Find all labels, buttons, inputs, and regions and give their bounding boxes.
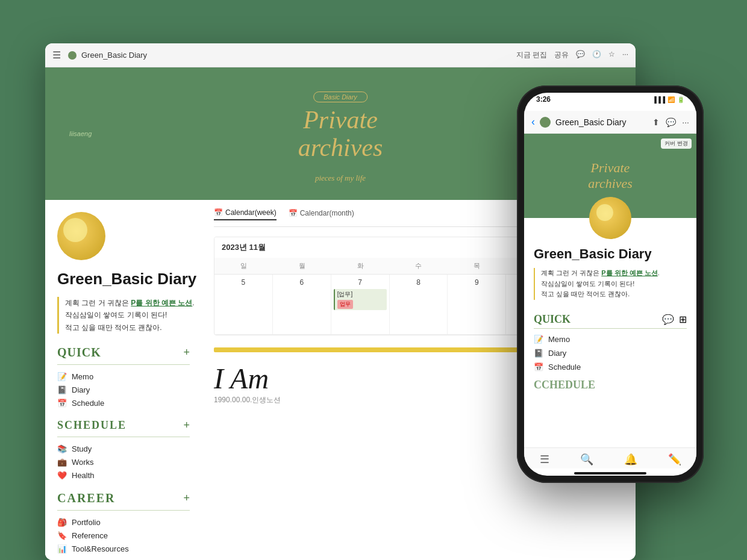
phone-quick-divider: [534, 328, 687, 329]
phone-quick-more-icon[interactable]: ⊞: [679, 314, 687, 325]
career-add-btn[interactable]: +: [183, 492, 190, 505]
reference-icon: 🔖: [57, 530, 67, 540]
schedule-label: Schedule: [72, 399, 104, 408]
tool-resources-label: Tool&Resources: [72, 544, 129, 553]
phone-more-icon[interactable]: ···: [682, 117, 689, 127]
phone-browser-bar: ‹ Green_Basic Diary ⬆ 💬 ···: [524, 111, 696, 134]
sidebar-item-schedule[interactable]: 📅 Schedule: [57, 396, 202, 409]
day-header-sun: 일: [214, 258, 273, 275]
phone-nav-schedule[interactable]: 📅 Schedule: [524, 360, 696, 374]
phone-quick-actions: 💬 ⊞: [662, 314, 687, 325]
phone-hero-title: Private archives: [588, 160, 633, 192]
sidebar-item-tool-resources[interactable]: 📊 Tool&Resources: [57, 542, 202, 555]
sidebar-item-works[interactable]: 💼 Works: [57, 455, 202, 468]
hero-left-label: liisaeng: [69, 130, 92, 137]
history-action[interactable]: 🕐: [592, 50, 601, 60]
phone-list-icon[interactable]: ☰: [540, 453, 549, 466]
menu-icon[interactable]: ☰: [52, 49, 61, 61]
phone-browser-actions: ⬆ 💬 ···: [652, 117, 689, 127]
quick-section-header: QUICK +: [57, 346, 202, 359]
phone-screen: ‹ Green_Basic Diary ⬆ 💬 ··· Private arch…: [524, 93, 696, 476]
phone-quick-header: QUICK 💬 ⊞: [524, 308, 696, 328]
phone-memo-label: Memo: [548, 335, 570, 344]
hero-badge: Basic Diary: [313, 92, 367, 102]
phone-memo-icon: 📝: [534, 335, 543, 344]
cal-cell-5: 5: [214, 275, 273, 335]
works-label: Works: [72, 458, 94, 467]
edit-action[interactable]: 지금 편집: [516, 50, 547, 60]
tab-calendar-month[interactable]: 📅 Calendar(month): [289, 208, 354, 220]
phone-schedule-partial: CCHEDULE: [524, 374, 696, 394]
hero-subtitle: pieces of my life: [315, 173, 366, 183]
browser-actions: 지금 편집 공유 💬 🕐 ☆ ···: [516, 50, 628, 60]
study-label: Study: [72, 444, 92, 453]
sidebar-item-portfolio[interactable]: 🎒 Portfolio: [57, 515, 202, 529]
phone-comment-icon[interactable]: 💬: [666, 117, 676, 127]
phone-home-indicator: [574, 472, 646, 474]
career-divider: [57, 510, 190, 511]
diary-icon: 📓: [57, 385, 67, 394]
cal-cell-7: 7 [업무] 업무: [331, 275, 390, 335]
tool-resources-icon: 📊: [57, 544, 67, 553]
calendar-event[interactable]: [업무] 업무: [334, 289, 387, 310]
page-main-title: Green_Basic Diary: [57, 270, 202, 288]
desc-highlight: P를 위한 예쁜 노션: [131, 299, 192, 307]
sidebar-item-reference[interactable]: 🔖 Reference: [57, 529, 202, 542]
share-action[interactable]: 공유: [554, 50, 569, 60]
health-label: Health: [72, 471, 95, 480]
phone-compose-icon[interactable]: ✏️: [668, 453, 681, 466]
phone-schedule-icon: 📅: [534, 362, 543, 372]
sidebar-item-memo[interactable]: 📝 Memo: [57, 370, 202, 383]
phone-desc-block: 계획 그런 거 귀찮은 P를 위한 예쁜 노션. 작심삼일이 쌓여도 기록이 된…: [534, 268, 687, 300]
browser-favicon: [68, 51, 77, 60]
phone-share-icon[interactable]: ⬆: [652, 117, 660, 127]
description-block: 계획 그런 거 귀찮은 P를 위한 예쁜 노션. 작심삼일이 쌓여도 기록이 된…: [57, 297, 202, 334]
phone-nav-diary[interactable]: 📓 Diary: [524, 346, 696, 360]
bookmark-action[interactable]: ☆: [608, 50, 615, 60]
phone-favicon: [540, 117, 551, 128]
phone-back-btn[interactable]: ‹: [531, 116, 535, 128]
schedule-section-title: SCHEDULE: [57, 419, 127, 432]
phone-bottom-bar: ☰ 🔍 🔔 ✏️: [524, 447, 696, 468]
portfolio-label: Portfolio: [72, 518, 101, 527]
phone-status-bar: 3:26 ▐▐▐ 📶 🔋: [524, 93, 696, 106]
phone-time: 3:26: [536, 95, 551, 104]
sidebar-item-health[interactable]: ❤️ Health: [57, 468, 202, 482]
signal-icon: ▐▐▐: [652, 96, 665, 103]
comment-action[interactable]: 💬: [576, 50, 585, 60]
browser-chrome: ☰ Green_Basic Diary 지금 편집 공유 💬 🕐 ☆ ···: [45, 43, 636, 67]
sidebar-item-study[interactable]: 📚 Study: [57, 442, 202, 455]
quick-divider: [57, 364, 190, 365]
memo-icon: 📝: [57, 372, 67, 381]
career-section-header: CAREER +: [57, 491, 202, 505]
phone-quick-title: QUICK: [534, 313, 570, 326]
event-tag: 업무: [337, 300, 353, 309]
cover-change-btn[interactable]: 커버 변경: [661, 138, 692, 149]
quick-add-btn[interactable]: +: [183, 346, 190, 359]
wifi-icon: 📶: [667, 96, 675, 103]
schedule-add-btn[interactable]: +: [183, 419, 190, 432]
phone-search-icon[interactable]: 🔍: [580, 453, 593, 466]
phone-quick-chat-icon[interactable]: 💬: [662, 314, 674, 325]
day-header-mon: 월: [273, 258, 331, 275]
phone-page-main-title: Green_Basic Diary: [524, 246, 696, 262]
day-header-thu: 목: [448, 258, 506, 275]
health-icon: ❤️: [57, 470, 67, 480]
reference-label: Reference: [72, 531, 108, 540]
career-section-title: CAREER: [57, 491, 115, 505]
phone-diary-label: Diary: [548, 349, 566, 358]
day-header-tue: 화: [331, 258, 390, 275]
quick-section-title: QUICK: [57, 346, 101, 359]
phone-nav-memo[interactable]: 📝 Memo: [524, 332, 696, 346]
phone-bell-icon[interactable]: 🔔: [624, 453, 637, 466]
more-action[interactable]: ···: [622, 50, 628, 60]
cal-cell-9: 9: [448, 275, 506, 335]
cal-cell-8: 8: [390, 275, 448, 335]
phone-page-title-bar: Green_Basic Diary: [555, 117, 648, 127]
phone-avatar: [589, 197, 631, 239]
sidebar-item-diary[interactable]: 📓 Diary: [57, 383, 202, 396]
hero-title: Private archives: [298, 106, 383, 161]
avatar: [57, 212, 105, 260]
schedule-icon: 📅: [57, 398, 67, 408]
tab-calendar-week[interactable]: 📅 Calendar(week): [214, 208, 277, 220]
